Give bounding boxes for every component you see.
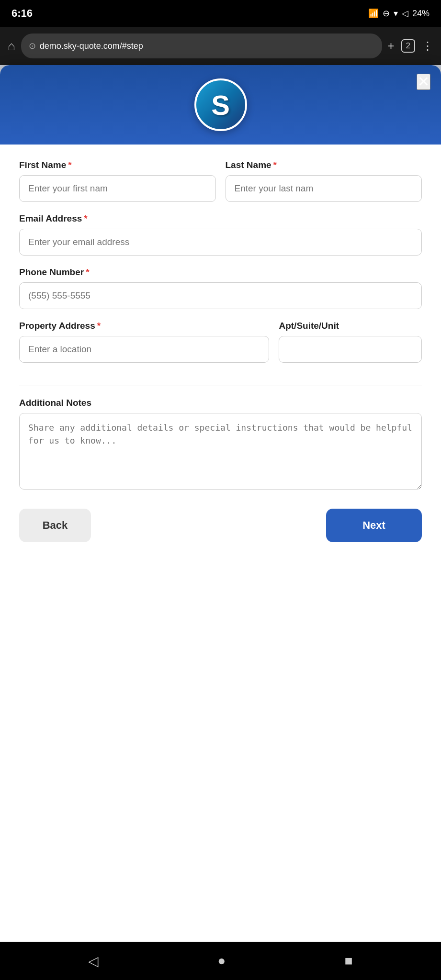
email-group: Email Address* bbox=[19, 213, 422, 256]
status-bar: 6:16 📶 ⊖ ▾ ◁ 24% bbox=[0, 0, 441, 27]
tab-count[interactable]: 2 bbox=[401, 39, 415, 53]
browser-bar: ⌂ ⊙ demo.sky-quote.com/#step + 2 ⋮ bbox=[0, 27, 441, 65]
action-row: Back Next bbox=[19, 501, 422, 554]
next-button[interactable]: Next bbox=[326, 509, 422, 542]
url-bar[interactable]: ⊙ demo.sky-quote.com/#step bbox=[21, 33, 382, 58]
address-required: * bbox=[97, 321, 101, 331]
notes-label: Additional Notes bbox=[19, 398, 422, 408]
home-icon[interactable]: ⌂ bbox=[8, 39, 15, 54]
block-icon: ⊖ bbox=[383, 8, 390, 19]
recents-nav-icon[interactable]: ■ bbox=[345, 953, 353, 969]
bottom-nav: ◁ ● ■ bbox=[0, 942, 441, 980]
home-nav-icon[interactable]: ● bbox=[218, 953, 226, 969]
browser-actions: + 2 ⋮ bbox=[388, 39, 433, 53]
back-nav-icon[interactable]: ◁ bbox=[88, 953, 99, 969]
first-name-input[interactable] bbox=[19, 175, 216, 202]
nfc-icon: 📶 bbox=[368, 8, 379, 19]
url-security-icon: ⊙ bbox=[29, 41, 36, 51]
close-button[interactable]: ✕ bbox=[417, 74, 430, 90]
form-area: First Name* Last Name* Email Address* bbox=[0, 145, 441, 942]
email-input[interactable] bbox=[19, 229, 422, 256]
battery-text: 24% bbox=[412, 9, 430, 19]
address-row: Property Address* Apt/Suite/Unit bbox=[19, 321, 422, 374]
address-label: Property Address* bbox=[19, 321, 269, 331]
divider bbox=[19, 386, 422, 386]
notes-textarea[interactable] bbox=[19, 413, 422, 490]
phone-required: * bbox=[86, 267, 89, 277]
last-name-input[interactable] bbox=[226, 175, 422, 202]
last-name-label: Last Name* bbox=[226, 160, 422, 170]
apt-group: Apt/Suite/Unit bbox=[279, 321, 422, 363]
address-input[interactable] bbox=[19, 336, 269, 363]
last-name-required: * bbox=[273, 160, 277, 170]
address-group: Property Address* bbox=[19, 321, 269, 363]
new-tab-icon[interactable]: + bbox=[388, 39, 395, 53]
name-row: First Name* Last Name* bbox=[19, 160, 422, 202]
first-name-label: First Name* bbox=[19, 160, 216, 170]
signal-icon: ◁ bbox=[402, 8, 408, 19]
apt-label: Apt/Suite/Unit bbox=[279, 321, 422, 331]
modal-card: ✕ S First Name* Last Name* bbox=[0, 65, 441, 942]
email-required: * bbox=[84, 213, 87, 223]
menu-icon[interactable]: ⋮ bbox=[422, 39, 433, 53]
phone-label: Phone Number* bbox=[19, 267, 422, 278]
wifi-icon: ▾ bbox=[394, 8, 398, 19]
status-time: 6:16 bbox=[11, 7, 33, 20]
logo-circle: S bbox=[194, 78, 247, 131]
first-name-group: First Name* bbox=[19, 160, 216, 202]
modal-header: ✕ S bbox=[0, 65, 441, 145]
notes-group: Additional Notes bbox=[19, 398, 422, 490]
apt-input[interactable] bbox=[279, 336, 422, 363]
logo-letter: S bbox=[211, 89, 230, 121]
phone-group: Phone Number* bbox=[19, 267, 422, 309]
first-name-required: * bbox=[68, 160, 71, 170]
main-area: ✕ S First Name* Last Name* bbox=[0, 65, 441, 942]
email-label: Email Address* bbox=[19, 213, 422, 224]
status-icons: 📶 ⊖ ▾ ◁ 24% bbox=[368, 8, 430, 19]
last-name-group: Last Name* bbox=[226, 160, 422, 202]
url-text: demo.sky-quote.com/#step bbox=[40, 41, 143, 51]
phone-input[interactable] bbox=[19, 282, 422, 309]
back-button[interactable]: Back bbox=[19, 509, 91, 542]
